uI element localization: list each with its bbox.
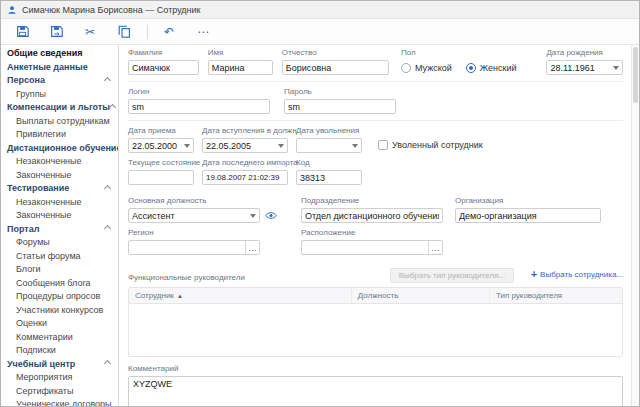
current-state-input[interactable] bbox=[128, 170, 194, 185]
region-input[interactable] bbox=[128, 240, 260, 255]
sidebar-item-label: Незаконченные bbox=[16, 156, 82, 166]
sidebar-item-child[interactable]: Оценки bbox=[1, 317, 118, 329]
sidebar-item-label: Законченные bbox=[16, 170, 72, 180]
hire-date-input[interactable] bbox=[128, 138, 194, 153]
last-import-input[interactable] bbox=[202, 170, 288, 185]
sidebar-item-child[interactable]: Сообщения блога bbox=[1, 277, 118, 289]
sidebar-item-group[interactable]: Учебный центр bbox=[1, 358, 118, 370]
collapse-icon[interactable] bbox=[104, 76, 111, 83]
sidebar-item-child[interactable]: Подписки bbox=[1, 344, 118, 356]
more-actions-button[interactable]: ⋯ bbox=[190, 22, 216, 42]
radio-female[interactable]: Женский bbox=[466, 63, 517, 73]
region-picker-button[interactable]: … bbox=[245, 241, 259, 254]
toolbar: ✂ ↶ ⋯ bbox=[1, 19, 639, 45]
copy-button[interactable] bbox=[111, 22, 137, 42]
sidebar-item-child[interactable]: Участники конкурсов bbox=[1, 304, 118, 316]
sidebar-item-label: Процедуры опросов bbox=[16, 291, 100, 301]
sidebar-item-child[interactable]: Блоги bbox=[1, 263, 118, 275]
dismissal-date-input[interactable] bbox=[296, 138, 362, 153]
managers-title: Функциональные руководители bbox=[128, 273, 245, 283]
sidebar-item-label: Ученические договоры bbox=[16, 399, 112, 406]
organization-input[interactable] bbox=[455, 208, 601, 223]
eye-icon bbox=[265, 211, 277, 220]
code-input[interactable] bbox=[296, 170, 362, 185]
sidebar-item-label: Законченные bbox=[16, 210, 72, 220]
sidebar: Общие сведенияАнкетные данныеПерсонаГруп… bbox=[1, 45, 119, 406]
sidebar-item-child[interactable]: Мероприятия bbox=[1, 371, 118, 383]
collapse-icon[interactable] bbox=[104, 184, 111, 191]
sidebar-item-group[interactable]: Компенсации и льготы bbox=[1, 101, 118, 113]
position-input[interactable] bbox=[128, 208, 260, 223]
sidebar-item-child[interactable]: Незаконченные bbox=[1, 196, 118, 208]
last-import-label: Дата последнего импорта bbox=[202, 158, 288, 168]
select-manager-type-button[interactable]: Выбрать тип руководителя... bbox=[390, 268, 515, 283]
birthdate-input[interactable] bbox=[546, 60, 623, 75]
sidebar-item-child[interactable]: Законченные bbox=[1, 169, 118, 181]
dismissed-checkbox[interactable]: Уволенный сотрудник bbox=[378, 140, 483, 150]
lastname-input[interactable] bbox=[128, 60, 199, 75]
sidebar-item-label: Незаконченные bbox=[16, 197, 82, 207]
sidebar-item-child[interactable]: Статьи форума bbox=[1, 250, 118, 262]
comment-input[interactable]: XYZQWE bbox=[128, 376, 623, 406]
copy-icon bbox=[118, 25, 131, 38]
managers-column-header[interactable]: Сотрудник▲ bbox=[129, 288, 351, 303]
managers-column-header[interactable]: Тип руководителя bbox=[489, 288, 622, 303]
department-input[interactable] bbox=[301, 208, 443, 223]
collapse-icon[interactable] bbox=[104, 360, 111, 367]
cut-button[interactable]: ✂ bbox=[77, 22, 103, 42]
sidebar-item-label: Мероприятия bbox=[16, 372, 72, 382]
sidebar-item-child[interactable]: Комментарии bbox=[1, 331, 118, 343]
location-picker-button[interactable]: … bbox=[428, 241, 442, 254]
sidebar-item-group[interactable]: Портал bbox=[1, 223, 118, 235]
sidebar-item-child[interactable]: Процедуры опросов bbox=[1, 290, 118, 302]
managers-column-header[interactable]: Должность bbox=[351, 288, 489, 303]
sidebar-item-child[interactable]: Выплаты сотрудникам bbox=[1, 115, 118, 127]
sidebar-item-label: Сообщения блога bbox=[16, 278, 91, 288]
sidebar-item-child[interactable]: Группы bbox=[1, 88, 118, 100]
radio-male-label: Мужской bbox=[415, 63, 452, 73]
sidebar-item-label: Учебный центр bbox=[7, 359, 75, 369]
password-label: Пароль bbox=[284, 87, 396, 97]
divider bbox=[128, 81, 623, 82]
vertical-scrollbar[interactable] bbox=[631, 45, 639, 406]
department-label: Подразделение bbox=[301, 196, 443, 206]
radio-male[interactable]: Мужской bbox=[401, 63, 452, 73]
sidebar-item-group[interactable]: Дистанционное обучение bbox=[1, 142, 118, 154]
sidebar-item-header[interactable]: Анкетные данные bbox=[1, 61, 118, 73]
sidebar-item-child[interactable]: Законченные bbox=[1, 209, 118, 221]
middlename-input[interactable] bbox=[282, 60, 389, 75]
undo-button[interactable]: ↶ bbox=[156, 22, 182, 42]
undo-icon: ↶ bbox=[164, 26, 174, 38]
sidebar-item-child[interactable]: Привилегии bbox=[1, 128, 118, 140]
more-icon: ⋯ bbox=[197, 26, 209, 38]
location-label: Расположение bbox=[301, 228, 443, 238]
position-date-input[interactable] bbox=[202, 138, 288, 153]
login-label: Логин bbox=[128, 87, 270, 97]
sidebar-item-selected[interactable]: Общие сведения bbox=[1, 47, 118, 59]
sidebar-item-group[interactable]: Тестирование bbox=[1, 182, 118, 194]
sidebar-item-group[interactable]: Персона bbox=[1, 74, 118, 86]
firstname-input[interactable] bbox=[208, 60, 273, 75]
scissors-icon: ✂ bbox=[85, 26, 95, 38]
select-employee-label: Выбрать сотрудника... bbox=[540, 270, 623, 279]
sidebar-item-child[interactable]: Форумы bbox=[1, 236, 118, 248]
login-input[interactable] bbox=[128, 99, 270, 114]
select-employee-button[interactable]: + Выбрать сотрудника... bbox=[531, 269, 623, 280]
location-input[interactable] bbox=[301, 240, 443, 255]
employee-form: Фамилия Имя Отчество Пол Мужск bbox=[119, 45, 639, 406]
scrollbar-thumb[interactable] bbox=[633, 47, 638, 103]
toolbar-divider bbox=[147, 25, 148, 39]
sidebar-item-label: Подписки bbox=[16, 345, 56, 355]
sidebar-item-child[interactable]: Сертификаты bbox=[1, 385, 118, 397]
save-button[interactable] bbox=[9, 22, 35, 42]
sidebar-item-child[interactable]: Ученические договоры bbox=[1, 398, 118, 406]
code-label: Код bbox=[296, 158, 362, 168]
position-date-field bbox=[202, 138, 288, 153]
sidebar-item-child[interactable]: Незаконченные bbox=[1, 155, 118, 167]
view-position-button[interactable] bbox=[265, 211, 277, 220]
collapse-icon[interactable] bbox=[104, 225, 111, 232]
sidebar-item-label: Участники конкурсов bbox=[16, 305, 103, 315]
password-input[interactable] bbox=[284, 99, 396, 114]
save-and-close-button[interactable] bbox=[43, 22, 69, 42]
employee-icon bbox=[7, 5, 17, 15]
